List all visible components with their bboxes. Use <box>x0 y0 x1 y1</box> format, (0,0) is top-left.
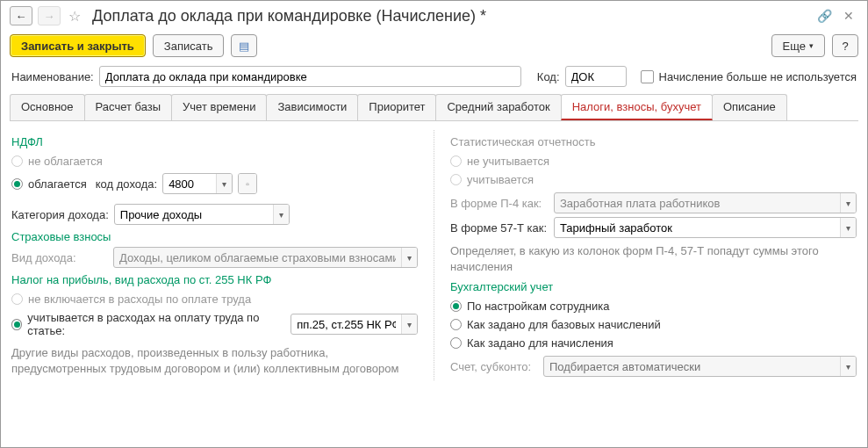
save-button[interactable]: Записать <box>153 34 225 57</box>
acct-by-base-label: Как задано для базовых начислений <box>467 318 661 331</box>
t57-dropdown[interactable]: ▾ <box>840 218 856 237</box>
p4-input <box>555 193 840 213</box>
profit-not-included-label: не включается в расходы по оплате труда <box>28 293 251 306</box>
ndfl-not-taxed-label: не облагается <box>28 155 103 168</box>
ndfl-taxed-label: облагается <box>28 177 87 191</box>
acct-by-accrual-radio[interactable] <box>450 337 462 349</box>
report-button[interactable]: ▤ <box>231 34 257 57</box>
profit-included-label: учитывается в расходах на оплату труда п… <box>27 311 282 337</box>
stat-counted-label: учитывается <box>467 173 534 186</box>
code-label: Код: <box>537 70 560 83</box>
list-icon: ▤ <box>239 40 249 53</box>
account-input <box>544 357 840 376</box>
income-type-dropdown[interactable]: ▾ <box>401 248 417 267</box>
income-type-input <box>114 248 401 267</box>
profit-article-dropdown[interactable]: ▾ <box>401 314 417 334</box>
acct-title: Бухгалтерский учет <box>450 280 857 293</box>
t57-label: В форме 57-Т как: <box>450 221 549 235</box>
t57-input[interactable] <box>555 218 840 237</box>
income-code-dropdown[interactable]: ▾ <box>216 174 232 193</box>
tab-taxes[interactable]: Налоги, взносы, бухучет <box>561 94 713 120</box>
acct-by-employee-label: По настройкам сотрудника <box>467 300 609 313</box>
nav-back-button[interactable]: ← <box>10 6 32 25</box>
more-button[interactable]: Еще ▾ <box>771 34 825 57</box>
ndfl-taxed-radio[interactable] <box>11 178 23 190</box>
income-type-label: Вид дохода: <box>11 251 108 264</box>
acct-by-accrual-label: Как задано для начисления <box>467 336 613 350</box>
tab-description[interactable]: Описание <box>712 94 787 120</box>
name-input[interactable] <box>99 66 521 87</box>
stat-not-counted-label: не учитывается <box>467 155 549 168</box>
not-used-checkbox[interactable] <box>641 70 654 83</box>
tab-base-calc[interactable]: Расчет базы <box>84 94 173 120</box>
insurance-title: Страховые взносы <box>11 230 418 243</box>
save-close-button[interactable]: Записать и закрыть <box>10 34 146 57</box>
profit-not-included-radio[interactable] <box>11 293 23 305</box>
stat-hint: Определяет, в какую из колонок форм П-4,… <box>450 243 857 275</box>
profit-tax-title: Налог на прибыль, вид расхода по ст. 255… <box>11 273 418 286</box>
acct-by-employee-radio[interactable] <box>450 300 462 312</box>
tab-avg-earnings[interactable]: Средний заработок <box>435 94 561 120</box>
p4-label: В форме П-4 как: <box>450 197 549 210</box>
income-code-input[interactable] <box>163 174 216 193</box>
window-title: Доплата до оклада при командировке (Начи… <box>92 7 809 25</box>
tab-dependencies[interactable]: Зависимости <box>266 94 358 120</box>
link-icon[interactable]: 🔗 <box>814 6 834 25</box>
not-used-label: Начисление больше не используется <box>659 70 857 83</box>
tab-main[interactable]: Основное <box>10 94 85 120</box>
account-label: Счет, субконто: <box>450 360 538 373</box>
income-code-open-button[interactable]: ▫ <box>239 174 256 193</box>
tab-time[interactable]: Учет времени <box>171 94 267 120</box>
help-button[interactable]: ? <box>832 34 858 57</box>
chevron-down-icon: ▾ <box>809 41 814 50</box>
stat-title: Статистическая отчетность <box>450 135 857 148</box>
profit-hint: Другие виды расходов, произведенных в по… <box>11 345 418 377</box>
close-icon[interactable]: ✕ <box>839 6 858 25</box>
income-cat-dropdown[interactable]: ▾ <box>273 205 289 224</box>
income-code-label: код дохода: <box>96 177 157 191</box>
stat-not-counted-radio <box>450 155 462 167</box>
ndfl-not-taxed-radio[interactable] <box>11 155 23 167</box>
tab-priority[interactable]: Приоритет <box>357 94 436 120</box>
stat-counted-radio <box>450 174 462 185</box>
profit-included-radio[interactable] <box>11 319 22 330</box>
favorite-icon[interactable]: ☆ <box>66 7 83 25</box>
account-dropdown: ▾ <box>840 357 856 376</box>
acct-by-base-radio[interactable] <box>450 319 462 330</box>
p4-dropdown: ▾ <box>840 193 856 213</box>
name-label: Наименование: <box>11 70 94 83</box>
profit-article-input[interactable] <box>291 314 401 334</box>
ndfl-title: НДФЛ <box>11 135 418 148</box>
code-input[interactable] <box>565 66 627 87</box>
nav-forward-button[interactable]: → <box>38 6 61 25</box>
income-cat-label: Категория дохода: <box>11 208 109 221</box>
tabs: Основное Расчет базы Учет времени Зависи… <box>10 94 858 121</box>
income-cat-input[interactable] <box>115 205 273 224</box>
